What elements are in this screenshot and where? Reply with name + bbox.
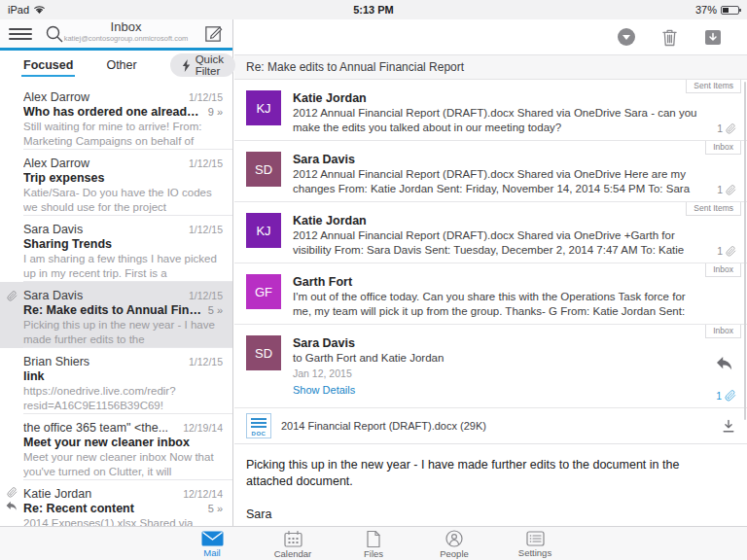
attachment-count: 1 bbox=[717, 245, 736, 257]
status-bar: iPad 5:13 PM 37% bbox=[0, 0, 747, 19]
quick-filter-button[interactable]: Quick Filter bbox=[170, 53, 235, 77]
message-list: Alex Darrow1/12/15 Who has ordered one a… bbox=[0, 80, 232, 526]
calendar-icon bbox=[284, 531, 302, 547]
settings-icon bbox=[526, 531, 545, 546]
message-body: Picking this up in the new year - I have… bbox=[234, 444, 747, 523]
battery-percent: 37% bbox=[695, 4, 717, 16]
message-sender: Garth Fort bbox=[293, 274, 700, 290]
message-sender: Katie Jordan bbox=[293, 213, 700, 228]
delete-icon[interactable] bbox=[661, 28, 678, 47]
replied-icon bbox=[6, 501, 18, 511]
avatar: SD bbox=[246, 335, 281, 370]
nav-mail[interactable]: Mail bbox=[186, 527, 239, 560]
paperclip-icon bbox=[7, 487, 18, 498]
people-icon bbox=[445, 530, 463, 547]
avatar: SD bbox=[246, 152, 281, 187]
folder-badge: Inbox bbox=[705, 141, 741, 155]
nav-settings[interactable]: Settings bbox=[509, 527, 562, 560]
battery-icon bbox=[721, 6, 739, 15]
conversation-subject: Re: Make edits to Annual Financial Repor… bbox=[234, 54, 747, 80]
folder-badge: Sent Items bbox=[686, 202, 741, 216]
clock: 5:13 PM bbox=[0, 4, 747, 16]
message-preview: 2012 Annual Financial Report (DRAFT).doc… bbox=[293, 228, 700, 258]
paperclip-icon bbox=[725, 390, 736, 402]
attachment-count: 1 bbox=[717, 122, 736, 134]
recipients-line: to Garth Fort and Katie Jordan bbox=[293, 351, 700, 366]
attachment-name: 2014 Financial Report (DRAFT).docx (29K) bbox=[281, 420, 712, 432]
avatar: KJ bbox=[246, 213, 281, 248]
thread-message[interactable]: Inbox GF Garth Fort I'm out of the offic… bbox=[234, 263, 747, 325]
message-sender: Sara Davis bbox=[293, 152, 700, 167]
folder-title[interactable]: Inbox bbox=[58, 20, 194, 34]
reading-pane: Re: Make edits to Annual Financial Repor… bbox=[234, 19, 747, 526]
scrollbar[interactable] bbox=[744, 82, 746, 420]
avatar: KJ bbox=[246, 90, 281, 125]
attachment-row[interactable]: DOC 2014 Financial Report (DRAFT).docx (… bbox=[234, 408, 747, 444]
paperclip-icon bbox=[7, 291, 18, 301]
paperclip-icon bbox=[726, 246, 736, 257]
account-address: katiej@contosogroup.onmicrosoft.com bbox=[58, 34, 194, 43]
list-item[interactable]: Brian Shiers1/12/15 link https://onedriv… bbox=[0, 348, 232, 414]
body-signature: Sara bbox=[246, 507, 712, 523]
reply-icon[interactable] bbox=[715, 356, 734, 371]
message-preview: 2012 Annual Financial Report (DRAFT).doc… bbox=[293, 167, 700, 196]
attachment-count: 1 bbox=[717, 184, 736, 195]
thread-message[interactable]: Sent Items KJ Katie Jordan 2012 Annual F… bbox=[234, 202, 747, 263]
flag-dropdown-button[interactable] bbox=[618, 28, 635, 46]
mail-icon bbox=[201, 531, 224, 546]
folder-badge: Sent Items bbox=[686, 80, 741, 93]
compose-icon[interactable] bbox=[203, 23, 224, 44]
avatar: GF bbox=[246, 274, 281, 309]
mail-list-sidebar: Inbox katiej@contosogroup.onmicrosoft.co… bbox=[0, 19, 233, 526]
list-item[interactable]: Katie Jordan12/12/14 Re: Recent content5… bbox=[0, 480, 232, 526]
file-icon bbox=[367, 531, 380, 547]
thread-message[interactable]: Sent Items KJ Katie Jordan 2012 Annual F… bbox=[234, 80, 747, 141]
message-date: Jan 12, 2015 bbox=[293, 367, 700, 381]
tab-other[interactable]: Other bbox=[106, 52, 136, 79]
body-paragraph: Picking this up in the new year - I have… bbox=[246, 457, 712, 490]
thread-message-expanded[interactable]: Inbox SD Sara Davis to Garth Fort and Ka… bbox=[234, 325, 747, 408]
message-preview: 2012 Annual Financial Report (DRAFT).doc… bbox=[293, 106, 700, 135]
nav-calendar[interactable]: Calendar bbox=[267, 527, 320, 560]
list-item[interactable]: Alex Darrow1/12/15 Who has ordered one a… bbox=[0, 84, 232, 150]
nav-files[interactable]: Files bbox=[347, 527, 401, 560]
download-icon[interactable] bbox=[722, 419, 735, 434]
archive-icon[interactable] bbox=[704, 29, 722, 46]
lightning-icon bbox=[182, 59, 191, 72]
nav-people[interactable]: People bbox=[428, 527, 481, 560]
doc-file-icon: DOC bbox=[246, 413, 271, 438]
message-sender: Sara Davis bbox=[293, 335, 700, 351]
message-sender: Katie Jordan bbox=[293, 90, 700, 106]
attachment-count: 1 bbox=[716, 390, 736, 402]
inbox-tabs: Focused Other Quick Filter bbox=[0, 51, 232, 80]
paperclip-icon bbox=[726, 185, 736, 195]
list-item-selected[interactable]: Sara Davis1/12/15 Re: Make edits to Annu… bbox=[0, 282, 232, 348]
message-toolbar bbox=[234, 19, 747, 54]
folder-badge: Inbox bbox=[705, 263, 741, 277]
thread-message[interactable]: Inbox SD Sara Davis 2012 Annual Financia… bbox=[234, 141, 747, 202]
paperclip-icon bbox=[726, 123, 736, 134]
message-preview: I'm out of the office today. Can you sha… bbox=[293, 290, 700, 319]
show-details-link[interactable]: Show Details bbox=[293, 383, 700, 398]
list-item[interactable]: the office 365 team" <the...12/19/14 Mee… bbox=[0, 414, 232, 480]
folder-badge: Inbox bbox=[705, 325, 741, 338]
app-tab-bar: Mail Calendar Files bbox=[0, 526, 747, 560]
hamburger-menu-icon[interactable] bbox=[9, 26, 32, 42]
tab-focused[interactable]: Focused bbox=[23, 52, 73, 79]
conversation-thread: Sent Items KJ Katie Jordan 2012 Annual F… bbox=[234, 80, 747, 523]
list-item[interactable]: Alex Darrow1/12/15 Trip expenses Katie/S… bbox=[0, 150, 232, 216]
sidebar-header: Inbox katiej@contosogroup.onmicrosoft.co… bbox=[0, 19, 232, 48]
list-item[interactable]: Sara Davis1/12/15 Sharing Trends I am sh… bbox=[0, 216, 232, 282]
